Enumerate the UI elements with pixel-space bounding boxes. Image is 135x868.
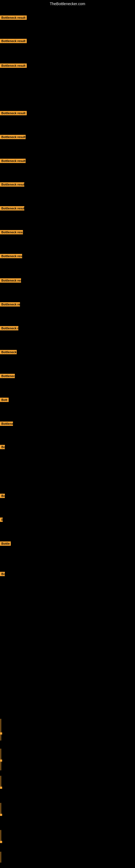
bottleneck-badge-11: Bottleneck res [0, 302, 20, 308]
bottleneck-badge-9: Bottleneck result [0, 254, 22, 259]
bottleneck-badge-15: Bott [0, 398, 9, 403]
site-title: TheBottlenecker.com [0, 0, 135, 8]
bottleneck-badge-4: Bottleneck result [0, 135, 26, 140]
bottleneck-badge-19: B [0, 518, 3, 523]
bottleneck-badge-12: Bottleneck res [0, 326, 18, 332]
bottleneck-badge-17: Bo [0, 445, 5, 450]
vertical-line-0 [1, 719, 1, 741]
bottleneck-badge-8: Bottleneck result [0, 230, 23, 236]
small-badge-3 [0, 814, 2, 816]
bottleneck-badge-5: Bottleneck result [0, 159, 26, 164]
bottleneck-badge-20: Bottle [0, 541, 11, 547]
bottleneck-badge-16: Bottlene [0, 422, 13, 427]
bottleneck-badge-7: Bottleneck result [0, 206, 24, 212]
bottleneck-badge-13: Bottleneck re [0, 350, 17, 355]
vertical-line-5 [1, 852, 1, 863]
small-badge-4 [0, 841, 2, 843]
vertical-line-3 [1, 803, 1, 814]
vertical-line-4 [1, 830, 1, 841]
bottleneck-badge-1: Bottleneck result [0, 39, 27, 44]
bottleneck-badge-14: Bottlenec [0, 374, 15, 379]
bottleneck-badge-3: Bottleneck result [0, 111, 27, 116]
bottleneck-badge-18: Bo [0, 494, 5, 499]
small-badge-2 [0, 786, 2, 789]
bottleneck-badge-6: Bottleneck result [0, 182, 24, 188]
bottleneck-badge-10: Bottleneck res [0, 278, 21, 284]
bottleneck-badge-21: Bo [0, 572, 5, 577]
vertical-line-2 [1, 776, 1, 786]
bottleneck-badge-0: Bottleneck result [0, 16, 27, 21]
small-badge-0 [0, 733, 2, 735]
small-badge-1 [0, 760, 2, 762]
bottleneck-badge-2: Bottleneck result [0, 63, 27, 69]
